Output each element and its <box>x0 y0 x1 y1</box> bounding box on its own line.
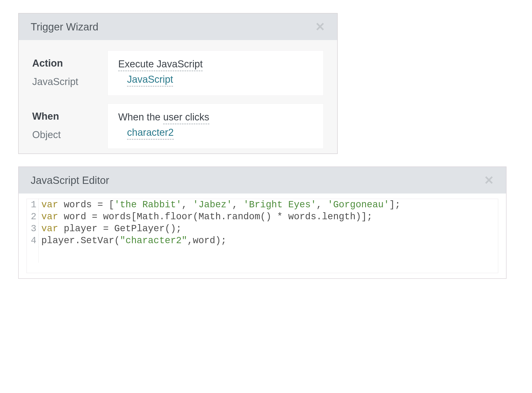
action-dropdown[interactable]: Execute JavaScript <box>118 59 203 71</box>
object-value-row: character2 <box>118 125 313 141</box>
when-value-row: When the user clicks <box>118 110 313 125</box>
code-text: player.SetVar("character2",word); <box>39 235 227 247</box>
code-text: var player = GetPlayer(); <box>39 223 182 235</box>
line-number: 4 <box>27 235 39 247</box>
action-label: Action <box>32 58 102 69</box>
javascript-editor-panel: JavaScript Editor ✕ 1 var words = ['the … <box>18 166 507 279</box>
trigger-wizard-panel: Trigger Wizard ✕ Action JavaScript Execu… <box>18 13 338 154</box>
action-card: Execute JavaScript JavaScript <box>108 50 324 96</box>
javascript-editor-header: JavaScript Editor ✕ <box>19 167 506 194</box>
object-dropdown[interactable]: character2 <box>127 127 174 140</box>
line-number: 1 <box>27 199 39 211</box>
line-number: 3 <box>27 223 39 235</box>
line-number-empty <box>27 247 39 262</box>
javascript-editor-title: JavaScript Editor <box>31 175 109 186</box>
when-section: When Object When the user clicks charact… <box>32 104 324 149</box>
action-section: Action JavaScript Execute JavaScript Jav… <box>32 50 324 96</box>
close-icon[interactable]: ✕ <box>482 174 496 186</box>
when-card: When the user clicks character2 <box>108 104 324 149</box>
code-line: 4 player.SetVar("character2",word); <box>27 235 498 247</box>
javascript-label: JavaScript <box>32 76 102 87</box>
object-label: Object <box>32 129 102 140</box>
code-text: var words = ['the Rabbit', 'Jabez', 'Bri… <box>39 199 401 211</box>
action-value-row: Execute JavaScript <box>118 57 313 72</box>
when-event-dropdown[interactable]: user clicks <box>163 112 209 124</box>
close-icon[interactable]: ✕ <box>314 21 327 33</box>
trigger-wizard-header: Trigger Wizard ✕ <box>19 14 337 40</box>
code-editor[interactable]: 1 var words = ['the Rabbit', 'Jabez', 'B… <box>26 199 498 273</box>
code-text: var word = words[Math.floor(Math.random(… <box>39 211 373 223</box>
trigger-wizard-title: Trigger Wizard <box>31 21 98 33</box>
javascript-editor-body: 1 var words = ['the Rabbit', 'Jabez', 'B… <box>19 194 506 278</box>
javascript-link[interactable]: JavaScript <box>127 74 173 87</box>
code-line: 1 var words = ['the Rabbit', 'Jabez', 'B… <box>27 199 498 211</box>
code-line: 3 var player = GetPlayer(); <box>27 223 498 235</box>
code-line: 2 var word = words[Math.floor(Math.rando… <box>27 211 498 223</box>
when-prefix-text: When the <box>118 112 163 123</box>
when-label: When <box>32 111 102 122</box>
line-number: 2 <box>27 211 39 223</box>
javascript-link-row: JavaScript <box>118 72 313 88</box>
trigger-wizard-body: Action JavaScript Execute JavaScript Jav… <box>19 40 337 153</box>
code-line-empty <box>27 247 498 262</box>
